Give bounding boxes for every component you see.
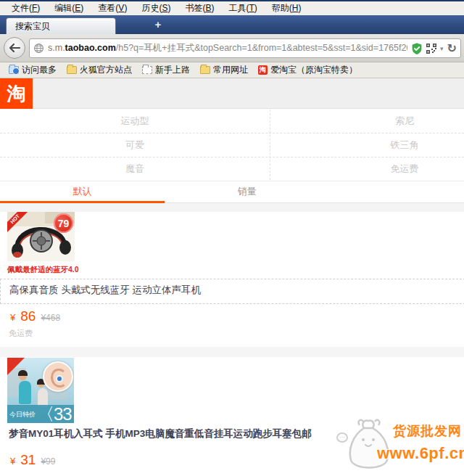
taobao-favicon: 淘 xyxy=(258,65,268,75)
bookmark-firefox-official[interactable]: 火狐官方站点 xyxy=(62,64,137,77)
filter-column-divider xyxy=(270,110,270,180)
product-price: 86 xyxy=(20,308,36,324)
filter-option-moyin[interactable]: 魔音 xyxy=(0,157,270,181)
folder-icon xyxy=(200,66,210,74)
bookmarks-bar: 访问最多 火狐官方站点 新手上路 常用网址 淘爱淘宝（原淘宝特卖） xyxy=(0,62,464,78)
page-content: 淘 运动型 索尼 可爱 铁三角 魔音 免运费 默认 销量 xyxy=(0,78,464,476)
filter-grid: 运动型 索尼 可爱 铁三角 魔音 免运费 xyxy=(0,110,464,181)
filter-row: 魔音 免运费 xyxy=(0,157,464,181)
globe-icon xyxy=(33,43,44,54)
bookmark-getting-started[interactable]: 新手上路 xyxy=(137,64,195,77)
section-gap xyxy=(0,203,464,212)
product-price: 31 xyxy=(20,452,36,468)
earbud-promo-photo: 今日特价 〈33 xyxy=(7,358,74,423)
promo-price: 〈33 xyxy=(37,405,72,423)
promo-banner: 今日特价 〈33 xyxy=(7,405,74,423)
price-line: ¥ 31 ¥99 xyxy=(10,452,55,468)
menu-item-edit[interactable]: 编辑(E) xyxy=(47,1,91,15)
promo-label: 今日特价 xyxy=(9,411,37,418)
product-separator xyxy=(0,347,464,357)
product-title[interactable]: 高保真音质 头戴式无线蓝牙 运动立体声耳机 xyxy=(9,284,457,297)
bookmark-most-visited[interactable]: 访问最多 xyxy=(4,64,62,77)
filter-option-sport[interactable]: 运动型 xyxy=(0,110,270,133)
product-card-1: HOT 79 佩戴最舒适的蓝牙4.0 高保真音质 头戴式无线蓝牙 运动立体声耳机… xyxy=(0,212,464,347)
navigation-toolbar: s.m.taobao.com/h5?q=耳机+挂耳式&topSearch=1&f… xyxy=(0,34,464,62)
earbud-dot xyxy=(56,375,63,382)
back-button[interactable] xyxy=(4,37,25,59)
filter-row: 可爱 铁三角 xyxy=(0,134,464,157)
headphone-photo: HOT 79 xyxy=(7,212,75,261)
dropdown-caret-icon[interactable]: ▾ xyxy=(440,45,444,52)
tab-title: 搜索宝贝 xyxy=(15,21,50,31)
browser-window: 文件(F) 编辑(E) 查看(V) 历史(S) 书签(B) 工具(T) 帮助(H… xyxy=(0,0,464,476)
price-badge: 79 xyxy=(54,213,73,233)
folder-icon xyxy=(67,66,77,74)
sort-tab-default[interactable]: 默认 xyxy=(0,181,165,203)
url-text[interactable]: s.m.taobao.com/h5?q=耳机+挂耳式&topSearch=1&f… xyxy=(48,42,407,54)
filter-option-audiotechnica[interactable]: 铁三角 xyxy=(270,134,464,157)
menu-item-file[interactable]: 文件(F) xyxy=(4,1,47,15)
product-title-box: 高保真音质 头戴式无线蓝牙 运动立体声耳机 xyxy=(0,279,464,304)
sort-tabs: 默认 销量 xyxy=(0,181,464,203)
most-visited-folder-icon xyxy=(9,66,19,74)
new-tab-button[interactable]: + xyxy=(149,18,167,32)
tab-strip: 搜索宝贝 + xyxy=(0,15,464,34)
original-price: ¥468 xyxy=(41,313,60,323)
runner-man xyxy=(19,372,31,404)
bookmark-aitaobao[interactable]: 淘爱淘宝（原淘宝特卖） xyxy=(253,64,362,77)
back-arrow-icon xyxy=(7,42,22,54)
qr-code-icon[interactable] xyxy=(426,44,436,54)
currency-symbol: ¥ xyxy=(10,456,15,467)
menu-bar: 文件(F) 编辑(E) 查看(V) 历史(S) 书签(B) 工具(T) 帮助(H… xyxy=(0,1,464,15)
free-shipping-label: 免运费 xyxy=(9,328,33,339)
watermark-site-name: 货源批发网 xyxy=(393,422,462,440)
menu-item-bookmarks[interactable]: 书签(B) xyxy=(178,1,221,15)
price-line: ¥ 86 ¥468 xyxy=(10,308,60,324)
security-shield-icon[interactable] xyxy=(411,43,423,54)
watermark-url: www.6pf.cn xyxy=(377,444,464,463)
sort-tab-sales[interactable]: 销量 xyxy=(165,181,329,203)
menu-item-view[interactable]: 查看(V) xyxy=(91,1,134,15)
url-path: /h5?q=耳机+挂耳式&topSearch=1&from=1&abtest=5… xyxy=(116,43,407,53)
url-bar[interactable]: s.m.taobao.com/h5?q=耳机+挂耳式&topSearch=1&f… xyxy=(29,38,461,58)
product-image-1[interactable]: HOT 79 佩戴最舒适的蓝牙4.0 xyxy=(7,212,79,275)
filter-option-sony[interactable]: 索尼 xyxy=(270,110,464,133)
corner-ribbon xyxy=(7,358,25,375)
empty-folder-icon xyxy=(142,66,152,74)
taobao-logo[interactable]: 淘 xyxy=(0,78,33,109)
product-image-2[interactable]: 今日特价 〈33 xyxy=(7,358,74,423)
reload-icon[interactable]: ↻ xyxy=(447,41,457,55)
filter-row: 运动型 索尼 xyxy=(0,110,464,134)
url-domain: taobao.com xyxy=(65,43,116,53)
url-subdomain: s.m. xyxy=(48,43,65,53)
browser-tab-active[interactable]: 搜索宝贝 xyxy=(6,17,116,34)
product-image-caption: 佩戴最舒适的蓝牙4.0 xyxy=(7,265,79,275)
currency-symbol: ¥ xyxy=(10,312,15,323)
filter-option-freeshipping[interactable]: 免运费 xyxy=(270,157,464,181)
site-watermark: ··· 货源批发网 www.6pf.cn xyxy=(335,418,464,475)
bookmark-common-sites[interactable]: 常用网址 xyxy=(195,64,253,77)
original-price: ¥99 xyxy=(41,456,55,467)
menu-item-tools[interactable]: 工具(T) xyxy=(221,1,264,15)
menu-item-help[interactable]: 帮助(H) xyxy=(265,1,309,15)
ear-closeup-inset xyxy=(43,361,73,392)
site-header: 淘 xyxy=(0,78,464,109)
filter-option-cute[interactable]: 可爱 xyxy=(0,134,270,157)
menu-item-history[interactable]: 历史(S) xyxy=(134,1,178,15)
